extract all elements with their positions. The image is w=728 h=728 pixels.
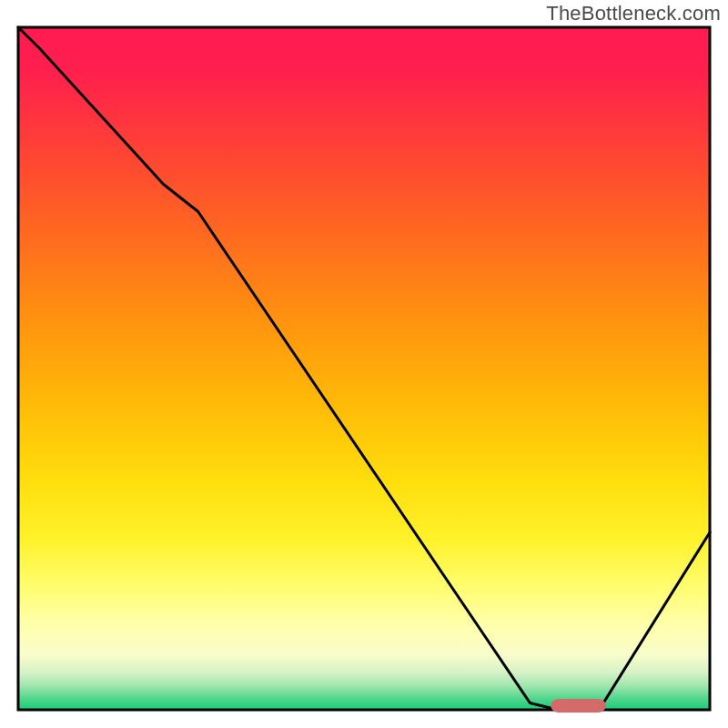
chart-canvas: TheBottleneck.com [0, 0, 728, 728]
plot-background [18, 27, 710, 710]
optimal-range-marker [551, 699, 606, 713]
chart-svg [0, 0, 728, 728]
